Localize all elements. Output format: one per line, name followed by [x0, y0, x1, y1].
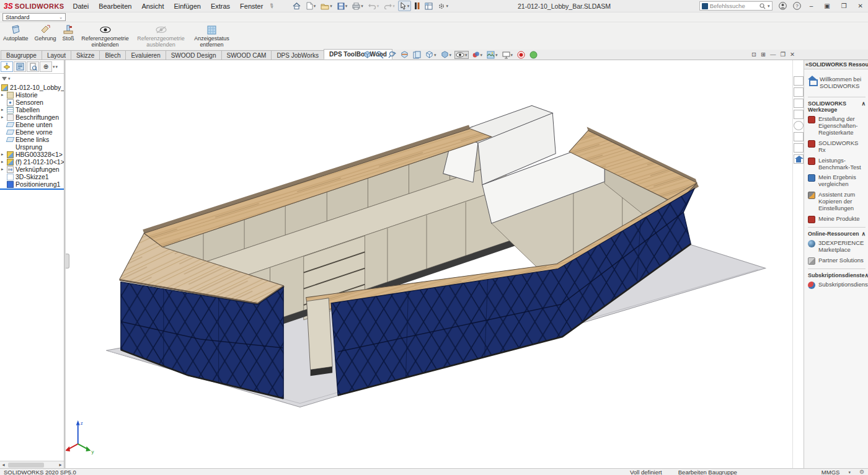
- home-icon[interactable]: [291, 1, 303, 11]
- section-title[interactable]: Online-Ressourcen∧: [808, 231, 866, 237]
- menu-item[interactable]: Bearbeiten: [99, 2, 131, 10]
- expand-arrow-icon[interactable]: ▸: [1, 115, 6, 120]
- taskpane-rail-icon[interactable]: [794, 121, 804, 130]
- status-gear-icon[interactable]: ⚙: [859, 469, 864, 475]
- section-title[interactable]: Subskriptionsdienste∧: [808, 272, 866, 278]
- user-icon[interactable]: [779, 2, 787, 10]
- tree-filter[interactable]: ▾: [0, 74, 64, 83]
- select-cursor-icon[interactable]: ▾: [398, 1, 412, 11]
- stoss-button[interactable]: Stoß: [61, 24, 76, 43]
- tree-item[interactable]: ▸ (f) 21-012-10<1> (Standar: [0, 158, 64, 166]
- status-green-icon[interactable]: [528, 50, 539, 60]
- scroll-thumb[interactable]: [8, 463, 44, 468]
- taskpane-link[interactable]: Partner Solutions: [808, 257, 866, 265]
- menu-item[interactable]: Einfügen: [174, 2, 200, 10]
- taskpane-link[interactable]: Leistungs-Benchmark-Test: [808, 158, 866, 171]
- command-tab[interactable]: SWOOD CAM: [221, 50, 272, 60]
- menu-item[interactable]: Extras: [211, 2, 230, 10]
- dynamic-annotation-icon[interactable]: [412, 50, 422, 60]
- tree-item[interactable]: ▸ Sensoren: [0, 99, 64, 106]
- tree-item[interactable]: ▸ Ebene vorne: [0, 128, 64, 136]
- tree-item[interactable]: ▸ 3D-Skizze1: [0, 173, 64, 180]
- display-state-button[interactable]: Anzeigestatus entfernen: [190, 24, 234, 49]
- search-dropdown-icon[interactable]: ▾: [768, 4, 770, 8]
- tree-item[interactable]: ▸ Ursprung: [0, 143, 64, 151]
- show-reference-geometry-button[interactable]: Referenzgeometrie einblenden: [79, 24, 132, 49]
- toolbar-style-dropdown[interactable]: Standard ⌄: [2, 13, 66, 21]
- scroll-right-icon[interactable]: ▸: [57, 462, 64, 468]
- taskpane-link[interactable]: SOLIDWORKS Rx: [808, 140, 866, 154]
- zoom-area-icon[interactable]: [374, 50, 385, 60]
- command-tab[interactable]: SWOOD Design: [166, 50, 222, 60]
- command-tab[interactable]: Blech: [99, 50, 126, 60]
- taskpane-rail-icon[interactable]: [794, 132, 804, 141]
- hide-show-items-icon[interactable]: ▾: [454, 51, 469, 59]
- dimxpert-icon[interactable]: ⊕: [40, 61, 52, 72]
- collapse-chevron-icon[interactable]: ∧: [861, 231, 866, 237]
- undo-icon[interactable]: ▾: [366, 1, 381, 11]
- taskpane-rail-icon[interactable]: [794, 76, 804, 86]
- taskpane-link[interactable]: Mein Ergebnis vergleichen: [808, 174, 866, 188]
- collapse-chevron-icon[interactable]: ∧: [865, 272, 868, 278]
- taskpane-rail-icon[interactable]: [794, 154, 804, 164]
- taskpane-rail-icon[interactable]: [794, 143, 804, 153]
- redo-icon[interactable]: ▾: [382, 1, 397, 11]
- taskpane-link[interactable]: Subskriptionsdienste: [808, 282, 866, 289]
- welcome-link[interactable]: Willkommen bei SOLIDWORKS: [808, 76, 866, 89]
- menu-item[interactable]: Ansicht: [141, 2, 164, 10]
- tree-item[interactable]: ▸ 21-012-10_Lobby_Bar (Standar: [0, 84, 64, 91]
- view-settings-icon[interactable]: ▾: [501, 51, 515, 60]
- open-icon[interactable]: ▾: [319, 1, 334, 11]
- save-icon[interactable]: ▾: [335, 1, 350, 11]
- units-caret-icon[interactable]: ▾: [848, 470, 851, 474]
- command-search[interactable]: Befehlssuche ▾: [699, 1, 773, 11]
- tree-item[interactable]: ▸ Historie: [0, 91, 64, 99]
- command-tab[interactable]: Evaluieren: [125, 50, 166, 60]
- taskpane-header[interactable]: «SOLIDWORKS Ressourc... ⚙ ✎: [804, 60, 868, 69]
- minimize-icon[interactable]: –: [807, 2, 816, 9]
- options-toggle-icon[interactable]: [412, 1, 422, 11]
- expand-arrow-icon[interactable]: ▸: [1, 92, 6, 97]
- previous-view-icon[interactable]: [387, 50, 397, 60]
- settings-gear-icon[interactable]: ▾: [436, 1, 450, 11]
- search-input[interactable]: Befehlssuche: [710, 2, 758, 9]
- command-tab[interactable]: Baugruppe: [1, 50, 42, 60]
- taskpane-rail-icon[interactable]: [794, 110, 804, 119]
- record-icon[interactable]: [516, 50, 526, 60]
- tree-item[interactable]: ▸ Ebene links: [0, 136, 64, 143]
- display-style-icon[interactable]: ▾: [440, 50, 453, 60]
- command-tab[interactable]: DPS JobWorks: [271, 50, 324, 60]
- viewport-minimize-icon[interactable]: —: [770, 51, 776, 58]
- section-view-icon[interactable]: [399, 50, 410, 60]
- gehrung-button[interactable]: Gehrung: [33, 24, 58, 43]
- taskpane-rail-icon[interactable]: [794, 99, 804, 108]
- tree-item[interactable]: ▸ Tabellen: [0, 106, 64, 113]
- view-orientation-icon[interactable]: ▾: [424, 50, 438, 60]
- task-pane-icon[interactable]: [423, 1, 435, 11]
- windows-icon[interactable]: ❐: [839, 2, 849, 9]
- viewport-close-icon[interactable]: ✕: [790, 51, 795, 58]
- fm-tab-overflow-icon[interactable]: ▾: [56, 64, 58, 69]
- menu-item[interactable]: Fenster: [240, 2, 263, 10]
- section-title[interactable]: SOLIDWORKS Werkzeuge∧: [808, 100, 866, 113]
- new-document-icon[interactable]: ▾: [304, 1, 318, 11]
- property-manager-icon[interactable]: [14, 61, 26, 72]
- tree-item[interactable]: ▸ Beschriftungen: [0, 113, 64, 121]
- tree-item[interactable]: ▸ Ebene unten: [0, 121, 64, 128]
- expand-arrow-icon[interactable]: ▸: [1, 167, 6, 172]
- viewport-restore-icon[interactable]: ⊡: [751, 51, 756, 58]
- fm-tab-caret-icon[interactable]: ▾: [53, 64, 55, 69]
- graphics-viewport[interactable]: z x y: [66, 60, 792, 468]
- print-icon[interactable]: ▾: [350, 1, 365, 11]
- rollback-bar[interactable]: [0, 189, 64, 190]
- pin-icon[interactable]: ✎: [268, 2, 276, 11]
- autoplatte-button[interactable]: Autoplatte: [1, 24, 30, 43]
- help-icon[interactable]: ?: [793, 2, 801, 10]
- restore-icon[interactable]: ▣: [822, 2, 832, 9]
- close-icon[interactable]: ✕: [856, 2, 866, 9]
- viewport-tile-icon[interactable]: ⊞: [761, 51, 766, 58]
- zoom-fit-icon[interactable]: [362, 50, 373, 60]
- magnifier-icon[interactable]: [760, 3, 766, 9]
- taskpane-rail-icon[interactable]: [794, 87, 804, 97]
- splitter-handle[interactable]: [66, 254, 69, 269]
